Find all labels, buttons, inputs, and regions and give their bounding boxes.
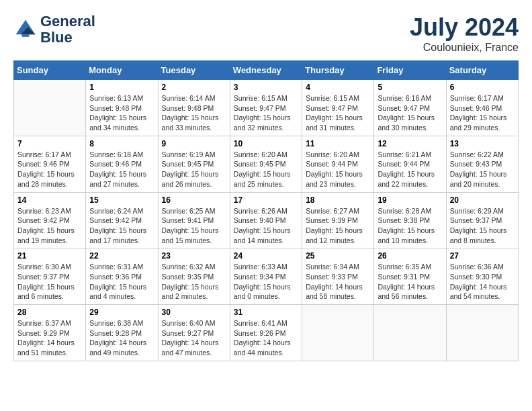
calendar-week-row: 28Sunrise: 6:37 AMSunset: 9:29 PMDayligh…: [14, 305, 519, 361]
calendar-cell: 19Sunrise: 6:28 AMSunset: 9:38 PMDayligh…: [374, 192, 446, 248]
calendar-cell: 20Sunrise: 6:29 AMSunset: 9:37 PMDayligh…: [446, 192, 518, 248]
day-info: Sunrise: 6:17 AMSunset: 9:46 PMDaylight:…: [17, 150, 82, 189]
day-number: 18: [306, 195, 370, 205]
calendar-cell: 13Sunrise: 6:22 AMSunset: 9:43 PMDayligh…: [446, 136, 518, 192]
calendar-cell: 5Sunrise: 6:16 AMSunset: 9:47 PMDaylight…: [374, 80, 446, 136]
day-number: 20: [450, 195, 515, 205]
calendar-cell: 3Sunrise: 6:15 AMSunset: 9:47 PMDaylight…: [230, 80, 302, 136]
day-info: Sunrise: 6:25 AMSunset: 9:41 PMDaylight:…: [162, 206, 226, 246]
calendar-header-monday: Monday: [86, 61, 158, 80]
day-number: 16: [162, 195, 226, 205]
day-number: 24: [234, 251, 298, 261]
day-info: Sunrise: 6:38 AMSunset: 9:28 PMDaylight:…: [89, 318, 154, 358]
calendar-cell: [14, 80, 86, 136]
day-info: Sunrise: 6:34 AMSunset: 9:33 PMDaylight:…: [306, 262, 370, 302]
calendar-cell: 23Sunrise: 6:32 AMSunset: 9:35 PMDayligh…: [158, 248, 230, 305]
day-number: 1: [89, 83, 154, 92]
calendar-cell: 11Sunrise: 6:20 AMSunset: 9:44 PMDayligh…: [302, 136, 374, 192]
calendar-header-wednesday: Wednesday: [230, 61, 302, 80]
day-number: 17: [234, 195, 298, 205]
calendar-week-row: 21Sunrise: 6:30 AMSunset: 9:37 PMDayligh…: [14, 248, 519, 305]
calendar-header-saturday: Saturday: [446, 61, 518, 80]
logo-line2: Blue: [40, 29, 73, 46]
calendar-cell: 6Sunrise: 6:17 AMSunset: 9:46 PMDaylight…: [446, 80, 518, 136]
day-number: 5: [378, 83, 442, 92]
calendar-header-tuesday: Tuesday: [158, 61, 230, 80]
day-info: Sunrise: 6:18 AMSunset: 9:46 PMDaylight:…: [89, 150, 154, 189]
day-info: Sunrise: 6:22 AMSunset: 9:43 PMDaylight:…: [450, 150, 515, 189]
day-number: 14: [17, 195, 82, 205]
calendar-cell: 29Sunrise: 6:38 AMSunset: 9:28 PMDayligh…: [86, 305, 158, 361]
calendar-cell: 17Sunrise: 6:26 AMSunset: 9:40 PMDayligh…: [230, 192, 302, 248]
day-info: Sunrise: 6:19 AMSunset: 9:45 PMDaylight:…: [162, 150, 226, 189]
day-info: Sunrise: 6:41 AMSunset: 9:26 PMDaylight:…: [234, 318, 298, 358]
calendar-cell: 28Sunrise: 6:37 AMSunset: 9:29 PMDayligh…: [14, 305, 86, 361]
day-number: 9: [162, 139, 226, 148]
day-info: Sunrise: 6:32 AMSunset: 9:35 PMDaylight:…: [162, 262, 226, 302]
calendar-cell: [302, 305, 374, 361]
page-header: General Blue July 2024 Coulounieix, Fran…: [13, 13, 519, 54]
calendar-cell: [446, 305, 518, 361]
day-number: 21: [17, 251, 82, 261]
day-info: Sunrise: 6:20 AMSunset: 9:45 PMDaylight:…: [234, 150, 298, 189]
day-number: 25: [306, 251, 370, 261]
title-block: July 2024 Coulounieix, France: [410, 13, 519, 54]
day-number: 8: [89, 139, 154, 148]
logo-text: General Blue: [40, 13, 95, 46]
day-info: Sunrise: 6:24 AMSunset: 9:42 PMDaylight:…: [89, 206, 154, 246]
calendar-cell: 27Sunrise: 6:36 AMSunset: 9:30 PMDayligh…: [446, 248, 518, 305]
day-number: 6: [450, 83, 515, 92]
day-info: Sunrise: 6:27 AMSunset: 9:39 PMDaylight:…: [306, 206, 370, 246]
calendar-cell: 10Sunrise: 6:20 AMSunset: 9:45 PMDayligh…: [230, 136, 302, 192]
day-info: Sunrise: 6:30 AMSunset: 9:37 PMDaylight:…: [17, 262, 82, 302]
calendar-cell: 30Sunrise: 6:40 AMSunset: 9:27 PMDayligh…: [158, 305, 230, 361]
calendar-cell: 26Sunrise: 6:35 AMSunset: 9:31 PMDayligh…: [374, 248, 446, 305]
day-info: Sunrise: 6:35 AMSunset: 9:31 PMDaylight:…: [378, 262, 442, 302]
calendar-cell: 18Sunrise: 6:27 AMSunset: 9:39 PMDayligh…: [302, 192, 374, 248]
day-info: Sunrise: 6:40 AMSunset: 9:27 PMDaylight:…: [162, 318, 226, 358]
day-number: 22: [89, 251, 154, 261]
day-info: Sunrise: 6:13 AMSunset: 9:48 PMDaylight:…: [89, 93, 154, 133]
day-number: 2: [162, 83, 226, 92]
day-info: Sunrise: 6:15 AMSunset: 9:47 PMDaylight:…: [306, 93, 370, 133]
day-number: 4: [306, 83, 370, 92]
day-info: Sunrise: 6:14 AMSunset: 9:48 PMDaylight:…: [162, 93, 226, 133]
calendar-cell: 8Sunrise: 6:18 AMSunset: 9:46 PMDaylight…: [86, 136, 158, 192]
calendar-week-row: 1Sunrise: 6:13 AMSunset: 9:48 PMDaylight…: [14, 80, 519, 136]
calendar-cell: [374, 305, 446, 361]
day-number: 3: [234, 83, 298, 92]
day-number: 23: [162, 251, 226, 261]
calendar-header-sunday: Sunday: [14, 61, 86, 80]
day-number: 11: [306, 139, 370, 148]
day-info: Sunrise: 6:31 AMSunset: 9:36 PMDaylight:…: [89, 262, 154, 302]
calendar-cell: 2Sunrise: 6:14 AMSunset: 9:48 PMDaylight…: [158, 80, 230, 136]
day-info: Sunrise: 6:33 AMSunset: 9:34 PMDaylight:…: [234, 262, 298, 302]
day-number: 30: [162, 308, 226, 317]
day-info: Sunrise: 6:29 AMSunset: 9:37 PMDaylight:…: [450, 206, 515, 246]
calendar-cell: 15Sunrise: 6:24 AMSunset: 9:42 PMDayligh…: [86, 192, 158, 248]
calendar-cell: 1Sunrise: 6:13 AMSunset: 9:48 PMDaylight…: [86, 80, 158, 136]
day-info: Sunrise: 6:23 AMSunset: 9:42 PMDaylight:…: [17, 206, 82, 246]
day-info: Sunrise: 6:20 AMSunset: 9:44 PMDaylight:…: [306, 150, 370, 189]
day-number: 26: [378, 251, 442, 261]
day-info: Sunrise: 6:17 AMSunset: 9:46 PMDaylight:…: [450, 93, 515, 133]
calendar-cell: 22Sunrise: 6:31 AMSunset: 9:36 PMDayligh…: [86, 248, 158, 305]
calendar-cell: 12Sunrise: 6:21 AMSunset: 9:44 PMDayligh…: [374, 136, 446, 192]
day-number: 28: [17, 308, 82, 317]
day-info: Sunrise: 6:16 AMSunset: 9:47 PMDaylight:…: [378, 93, 442, 133]
day-number: 7: [17, 139, 82, 148]
location: Coulounieix, France: [410, 42, 519, 54]
day-info: Sunrise: 6:21 AMSunset: 9:44 PMDaylight:…: [378, 150, 442, 189]
calendar-cell: 24Sunrise: 6:33 AMSunset: 9:34 PMDayligh…: [230, 248, 302, 305]
day-info: Sunrise: 6:37 AMSunset: 9:29 PMDaylight:…: [17, 318, 82, 358]
calendar-cell: 14Sunrise: 6:23 AMSunset: 9:42 PMDayligh…: [14, 192, 86, 248]
day-number: 19: [378, 195, 442, 205]
calendar-week-row: 14Sunrise: 6:23 AMSunset: 9:42 PMDayligh…: [14, 192, 519, 248]
svg-rect-2: [22, 34, 30, 37]
calendar-cell: 31Sunrise: 6:41 AMSunset: 9:26 PMDayligh…: [230, 305, 302, 361]
calendar-week-row: 7Sunrise: 6:17 AMSunset: 9:46 PMDaylight…: [14, 136, 519, 192]
calendar-header-thursday: Thursday: [302, 61, 374, 80]
calendar-cell: 4Sunrise: 6:15 AMSunset: 9:47 PMDaylight…: [302, 80, 374, 136]
calendar-cell: 9Sunrise: 6:19 AMSunset: 9:45 PMDaylight…: [158, 136, 230, 192]
month-title: July 2024: [410, 13, 519, 42]
